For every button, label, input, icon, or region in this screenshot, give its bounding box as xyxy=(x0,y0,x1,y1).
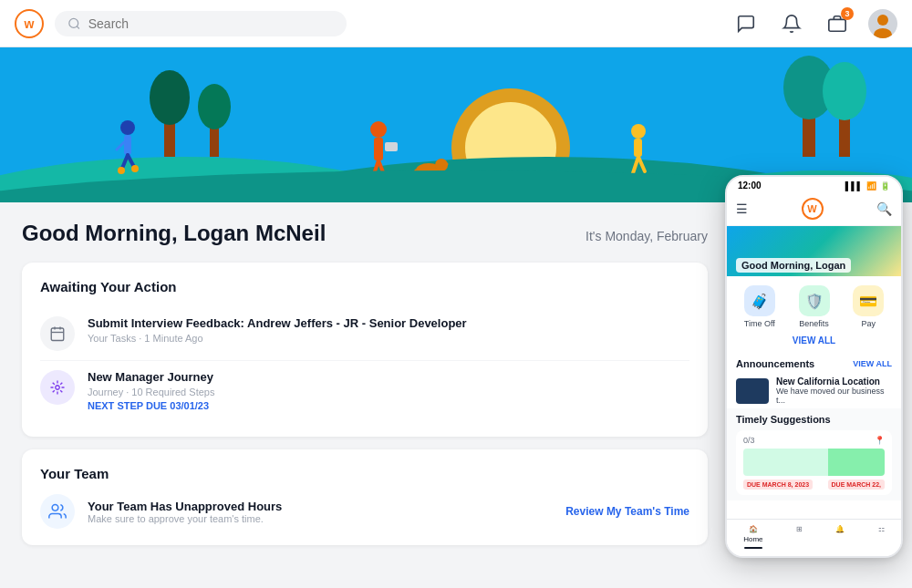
svg-point-14 xyxy=(150,70,190,125)
phone-announcements-header: Announcements VIEW ALL xyxy=(727,353,901,373)
phone-top-nav: ☰ W 🔍 xyxy=(727,194,901,226)
search-icon xyxy=(67,16,81,31)
inbox-button[interactable]: 3 xyxy=(823,9,852,38)
svg-point-21 xyxy=(120,120,135,135)
svg-rect-4 xyxy=(829,19,845,31)
phone-due-row: DUE MARCH 8, 2023 DUE MARCH 22, xyxy=(743,480,885,490)
svg-point-16 xyxy=(198,84,231,129)
phone-timely-chart xyxy=(743,449,885,476)
phone-search-icon[interactable]: 🔍 xyxy=(876,201,892,216)
notifications-button[interactable] xyxy=(777,9,806,38)
svg-point-48 xyxy=(56,386,60,390)
user-avatar[interactable] xyxy=(868,9,897,38)
phone-menu-icon[interactable]: ☰ xyxy=(736,201,748,216)
your-team-card: Your Team Your Team Has Unapproved Hours… xyxy=(22,449,708,545)
awaiting-action-title: Awaiting Your Action xyxy=(40,279,689,294)
phone-announce-thumb xyxy=(736,378,769,404)
journey-text: New Manager Journey Journey · 10 Require… xyxy=(88,370,214,411)
signal-icon: ▌▌▌ xyxy=(845,181,863,191)
journey-icon xyxy=(40,370,75,405)
search-bar[interactable] xyxy=(55,11,347,36)
greeting-date: It's Monday, February xyxy=(586,229,708,243)
svg-line-3 xyxy=(77,26,79,28)
phone-quick-icons: 🧳 Time Off 🛡️ Benefits 💳 Pay xyxy=(727,276,901,334)
workday-logo[interactable]: w xyxy=(15,9,44,38)
phone-bottom-nav: 🏠 Home ⊞ 🔔 ⚏ xyxy=(727,519,901,556)
svg-point-2 xyxy=(69,18,78,27)
phone-time-off-icon[interactable]: 🧳 Time Off xyxy=(744,285,775,328)
main-content: Good Morning, Logan McNeil It's Monday, … xyxy=(0,202,912,588)
phone-menu-tab[interactable]: ⚏ xyxy=(878,525,885,549)
search-input[interactable] xyxy=(88,16,334,31)
phone-time: 12:00 xyxy=(738,181,762,191)
svg-rect-40 xyxy=(634,139,642,157)
team-text: Your Team Has Unapproved Hours Make sure… xyxy=(88,500,282,524)
svg-point-39 xyxy=(631,124,646,139)
svg-rect-22 xyxy=(124,135,131,155)
svg-text:w: w xyxy=(24,16,35,31)
greeting-title: Good Morning, Logan McNeil xyxy=(22,221,326,246)
svg-rect-29 xyxy=(374,138,383,160)
action-item-journey[interactable]: New Manager Journey Journey · 10 Require… xyxy=(40,361,689,420)
greeting-row: Good Morning, Logan McNeil It's Monday, … xyxy=(22,221,708,246)
inbox-badge: 3 xyxy=(841,7,854,20)
svg-point-28 xyxy=(370,121,387,138)
action-item-interview[interactable]: Submit Interview Feedback: Andrew Jeffer… xyxy=(40,307,689,361)
phone-announce-item[interactable]: New California Location We have moved ou… xyxy=(727,373,901,408)
interview-icon xyxy=(40,316,75,351)
svg-rect-32 xyxy=(385,142,398,151)
phone-alerts-tab[interactable]: 🔔 xyxy=(835,525,845,549)
messages-button[interactable] xyxy=(731,9,761,38)
your-team-title: Your Team xyxy=(40,466,689,481)
nav-icons: 3 xyxy=(731,9,897,38)
interview-text: Submit Interview Feedback: Andrew Jeffer… xyxy=(88,316,467,344)
svg-point-49 xyxy=(52,505,58,511)
phone-logo: W xyxy=(802,198,824,220)
left-panel: Good Morning, Logan McNeil It's Monday, … xyxy=(0,202,730,588)
phone-greeting: Good Morning, Logan xyxy=(736,258,851,273)
battery-icon: 🔋 xyxy=(880,181,890,191)
phone-timely-card: 0/3 📍 DUE MARCH 8, 2023 DUE MARCH 22, xyxy=(736,430,892,495)
svg-point-26 xyxy=(118,167,125,174)
phone-hero: Good Morning, Logan xyxy=(727,226,901,276)
phone-status-icons: ▌▌▌ 📶 🔋 xyxy=(845,181,890,191)
phone-view-all-link[interactable]: VIEW ALL xyxy=(727,334,901,353)
team-icon xyxy=(40,494,75,529)
svg-point-6 xyxy=(874,28,892,38)
phone-status-bar: 12:00 ▌▌▌ 📶 🔋 xyxy=(727,177,901,194)
wifi-icon: 📶 xyxy=(866,181,876,191)
phone-announce-text: New California Location We have moved ou… xyxy=(776,377,892,405)
phone-benefits-icon[interactable]: 🛡️ Benefits xyxy=(799,285,830,328)
svg-point-5 xyxy=(877,15,888,26)
awaiting-action-card: Awaiting Your Action Submit Interview Fe… xyxy=(22,263,708,437)
phone-pay-icon[interactable]: 💳 Pay xyxy=(853,285,884,328)
team-item[interactable]: Your Team Has Unapproved Hours Make sure… xyxy=(40,494,689,529)
top-nav: w 3 xyxy=(0,0,912,47)
phone-home-tab[interactable]: 🏠 Home xyxy=(743,525,762,549)
phone-apps-tab[interactable]: ⊞ xyxy=(796,525,803,549)
review-team-link[interactable]: Review My Team's Time xyxy=(565,505,689,518)
svg-point-20 xyxy=(823,62,866,120)
svg-rect-44 xyxy=(51,328,64,341)
svg-point-27 xyxy=(131,165,139,172)
phone-timely-section: Timely Suggestions 0/3 📍 DUE MARCH 8, 20… xyxy=(727,408,901,500)
phone-overlay: 12:00 ▌▌▌ 📶 🔋 ☰ W 🔍 Good Morning, Logan … xyxy=(725,175,903,558)
